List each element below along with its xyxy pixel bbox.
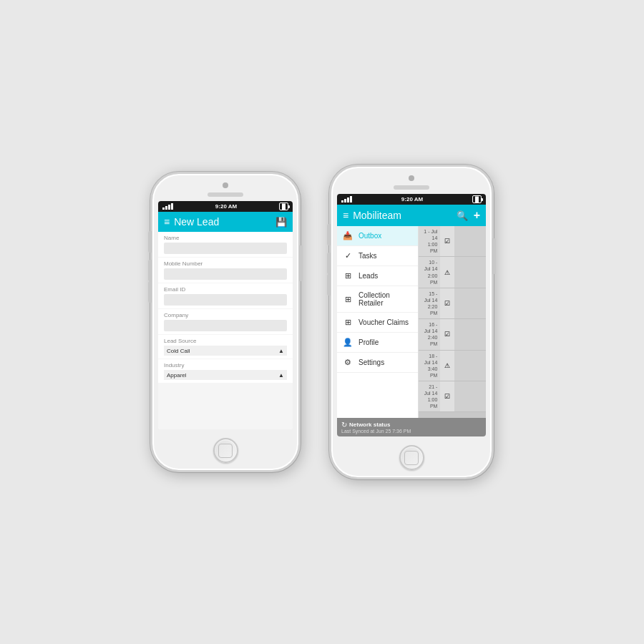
- right-search-icon[interactable]: 🔍: [457, 210, 468, 221]
- input-mobile[interactable]: [164, 268, 287, 280]
- network-sync-text: Last Synced at Jun 25 7:36 PM: [341, 429, 482, 434]
- cal-icon-5: ☑: [440, 381, 454, 411]
- right-header-title: Mobiliteam: [353, 210, 456, 221]
- outbox-label: Outbox: [358, 232, 381, 240]
- right-status-time: 9:20 AM: [401, 196, 423, 203]
- field-lead-source: Lead Source Cold Call ▲: [158, 335, 293, 358]
- voucher-icon: ⊞: [343, 318, 353, 327]
- right-menu-content: 📥 Outbox ✓ Tasks ⊞ Leads ⊞ Collection Re…: [337, 226, 486, 418]
- cal-row-5: 21 - Jul 141:00 PM ☑: [419, 381, 486, 412]
- right-speaker: [394, 185, 429, 190]
- left-phone-top: [152, 174, 298, 201]
- select-lead-source[interactable]: Cold Call ▲: [164, 346, 287, 356]
- industry-value: Apparel: [167, 372, 187, 379]
- left-speaker: [208, 192, 243, 197]
- left-header-title: New Lead: [174, 216, 275, 228]
- cal-date-2: 15 - Jul 142:20 PM: [419, 288, 440, 318]
- label-name: Name: [164, 235, 287, 241]
- input-company[interactable]: [164, 320, 287, 331]
- cal-date-5: 21 - Jul 141:00 PM: [419, 381, 440, 411]
- left-signal: [162, 203, 173, 210]
- lead-source-arrow: ▲: [278, 348, 284, 354]
- cal-icon-1: ⚠: [440, 257, 454, 287]
- right-menu-icon[interactable]: ≡: [343, 210, 348, 221]
- tasks-label: Tasks: [358, 252, 377, 260]
- menu-item-tasks[interactable]: ✓ Tasks: [337, 246, 418, 266]
- network-title: Network status: [349, 421, 390, 428]
- left-home-inner: [218, 444, 233, 458]
- right-add-icon[interactable]: +: [474, 209, 480, 222]
- menu-item-leads[interactable]: ⊞ Leads: [337, 266, 418, 286]
- field-name: Name: [158, 232, 293, 257]
- sync-icon: ↻: [341, 421, 347, 429]
- left-status-bar: 9:20 AM █: [158, 201, 293, 212]
- label-email: Email ID: [164, 286, 287, 293]
- right-home-inner: [404, 451, 419, 465]
- left-save-icon[interactable]: 💾: [275, 217, 287, 228]
- right-home-button[interactable]: [399, 445, 424, 470]
- outbox-icon: 📥: [343, 231, 353, 240]
- settings-label: Settings: [358, 358, 384, 366]
- cal-date-3: 16 - Jul 142:40 PM: [419, 319, 440, 349]
- left-home-button[interactable]: [213, 438, 238, 463]
- label-company: Company: [164, 312, 287, 318]
- right-calendar-panel: 1 - Jul 141:00 PM ☑ 10 - Jul 142:00 PM ⚠…: [419, 226, 486, 418]
- leads-icon: ⊞: [343, 271, 353, 280]
- right-camera: [409, 175, 414, 181]
- right-phone-top: [331, 167, 492, 194]
- network-status-bar: ↻ Network status Last Synced at Jun 25 7…: [337, 418, 486, 436]
- cal-row-1: 10 - Jul 142:00 PM ⚠: [419, 257, 486, 288]
- field-email: Email ID: [158, 283, 293, 308]
- right-status-bar: 9:20 AM █: [337, 194, 486, 205]
- settings-icon: ⚙: [343, 358, 353, 367]
- field-company: Company: [158, 309, 293, 334]
- input-name[interactable]: [164, 243, 287, 254]
- left-battery: █: [279, 203, 288, 210]
- menu-item-outbox[interactable]: 📥 Outbox: [337, 226, 418, 246]
- cal-icon-2: ☑: [440, 288, 454, 318]
- cal-date-4: 18 - Jul 143:40 PM: [419, 351, 440, 381]
- cal-row-0: 1 - Jul 141:00 PM ☑: [419, 226, 486, 257]
- label-mobile: Mobile Number: [164, 260, 287, 267]
- right-header-actions: 🔍 +: [457, 209, 480, 222]
- menu-item-settings[interactable]: ⚙ Settings: [337, 353, 418, 373]
- left-app-header: ≡ New Lead 💾: [158, 212, 293, 232]
- menu-list: 📥 Outbox ✓ Tasks ⊞ Leads ⊞ Collection Re…: [337, 226, 419, 418]
- cal-row-3: 16 - Jul 142:40 PM ☑: [419, 319, 486, 350]
- cal-icon-0: ☑: [440, 226, 454, 256]
- select-industry[interactable]: Apparel ▲: [164, 370, 287, 380]
- menu-item-voucher[interactable]: ⊞ Voucher Claims: [337, 313, 418, 333]
- left-status-time: 9:20 AM: [215, 203, 237, 210]
- tasks-icon: ✓: [343, 251, 353, 260]
- left-header-actions: 💾: [275, 217, 287, 228]
- right-signal: [341, 196, 352, 203]
- lead-source-value: Cold Call: [167, 348, 190, 354]
- menu-item-profile[interactable]: 👤 Profile: [337, 333, 418, 353]
- profile-label: Profile: [358, 338, 379, 346]
- field-industry: Industry Apparel ▲: [158, 359, 293, 383]
- field-mobile: Mobile Number: [158, 258, 293, 283]
- industry-arrow: ▲: [278, 372, 284, 379]
- leads-label: Leads: [358, 272, 378, 280]
- right-phone: 9:20 AM █ ≡ Mobiliteam 🔍 + 📥 Outbox ✓: [329, 165, 494, 479]
- menu-item-collection[interactable]: ⊞ Collection Retailer: [337, 286, 418, 313]
- left-menu-icon[interactable]: ≡: [164, 216, 170, 228]
- left-form-content: Name Mobile Number Email ID Company Lead…: [158, 232, 293, 429]
- cal-row-4: 18 - Jul 143:40 PM ⚠: [419, 351, 486, 381]
- profile-icon: 👤: [343, 338, 353, 347]
- label-industry: Industry: [164, 362, 287, 369]
- input-email[interactable]: [164, 294, 287, 306]
- right-battery: █: [472, 195, 482, 203]
- left-camera: [223, 182, 228, 188]
- cal-icon-4: ⚠: [440, 351, 454, 381]
- collection-icon: ⊞: [343, 295, 353, 304]
- label-lead-source: Lead Source: [164, 338, 287, 344]
- collection-label: Collection Retailer: [358, 291, 412, 307]
- voucher-label: Voucher Claims: [358, 318, 409, 326]
- right-app-header: ≡ Mobiliteam 🔍 +: [337, 205, 486, 226]
- cal-date-1: 10 - Jul 142:00 PM: [419, 257, 440, 287]
- right-screen: 9:20 AM █ ≡ Mobiliteam 🔍 + 📥 Outbox ✓: [337, 194, 486, 436]
- cal-icon-3: ☑: [440, 319, 454, 349]
- left-phone: 9:20 AM █ ≡ New Lead 💾 Name Mobile Numbe…: [150, 172, 301, 472]
- cal-row-2: 15 - Jul 142:20 PM ☑: [419, 288, 486, 319]
